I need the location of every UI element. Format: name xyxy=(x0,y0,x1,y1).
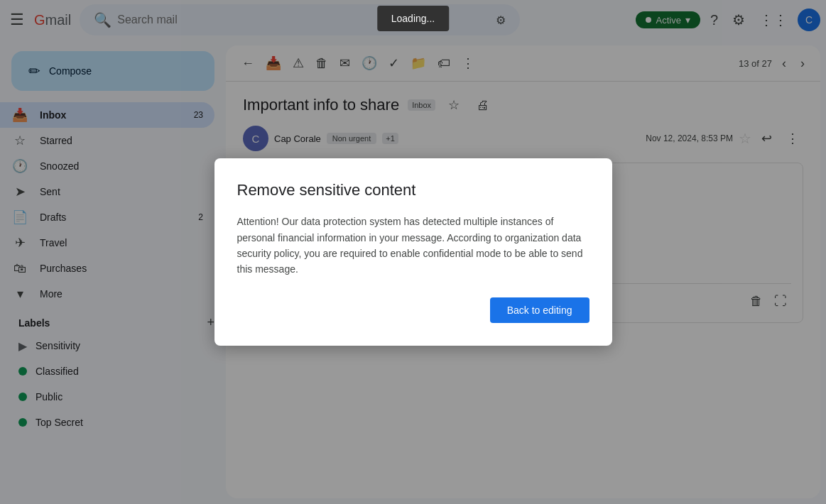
modal-title: Remove sensitive content xyxy=(237,181,589,199)
app-container: Loading... ☰ Gmail 🔍 ⚙ Active ▾ ? ⚙ ⋮⋮ C xyxy=(0,0,826,504)
modal-actions: Back to editing xyxy=(237,297,589,323)
toast-text: Loading... xyxy=(391,13,435,24)
modal-overlay: Remove sensitive content Attention! Our … xyxy=(0,0,826,504)
modal-body: Attention! Our data protection system ha… xyxy=(237,214,589,278)
remove-sensitive-modal: Remove sensitive content Attention! Our … xyxy=(214,158,612,346)
loading-toast: Loading... xyxy=(377,6,450,31)
back-to-editing-button[interactable]: Back to editing xyxy=(490,297,589,323)
